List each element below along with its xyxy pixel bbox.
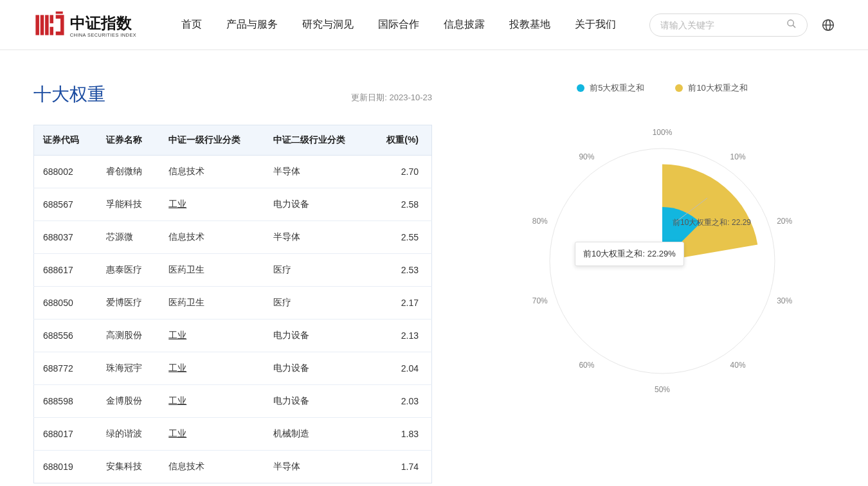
cell-code: 688050 bbox=[34, 287, 97, 320]
legend-swatch-top10 bbox=[675, 84, 683, 92]
cell-ind1[interactable]: 工业 bbox=[159, 352, 264, 385]
svg-marker-5 bbox=[56, 15, 64, 35]
legend-top5[interactable]: 前5大权重之和 bbox=[577, 82, 644, 94]
cell-ind1: 信息技术 bbox=[159, 156, 264, 188]
nav-home[interactable]: 首页 bbox=[181, 18, 202, 32]
cell-ind2: 医疗 bbox=[264, 254, 369, 287]
cell-ind1[interactable]: 工业 bbox=[159, 188, 264, 221]
cell-ind2: 电力设备 bbox=[264, 352, 369, 385]
cell-secname: 芯源微 bbox=[97, 221, 160, 254]
chart-panel: 前5大权重之和 前10大权重之和 100%10%20%30%40%50%60%7… bbox=[490, 82, 835, 483]
search-icon[interactable] bbox=[786, 19, 797, 32]
main: 十大权重 更新日期: 2023-10-23 证券代码 证券名称 中证一级行业分类… bbox=[0, 50, 868, 486]
cell-ind2: 半导体 bbox=[264, 451, 369, 483]
th-weight: 权重(%) bbox=[369, 125, 432, 156]
svg-line-8 bbox=[793, 25, 795, 28]
chart-tick: 70% bbox=[532, 296, 548, 305]
cell-code: 688556 bbox=[34, 320, 97, 352]
cell-weight: 2.70 bbox=[369, 156, 432, 188]
svg-rect-6 bbox=[56, 11, 63, 14]
cell-ind1[interactable]: 工业 bbox=[159, 418, 264, 451]
cell-code: 688598 bbox=[34, 385, 97, 418]
cell-ind1: 信息技术 bbox=[159, 221, 264, 254]
cell-ind2: 电力设备 bbox=[264, 385, 369, 418]
table-row: 688772珠海冠宇工业电力设备2.04 bbox=[34, 352, 432, 385]
brand-sub: CHINA SECURITIES INDEX bbox=[70, 32, 136, 38]
svg-rect-0 bbox=[35, 15, 39, 35]
svg-point-7 bbox=[788, 20, 793, 26]
svg-rect-2 bbox=[45, 15, 49, 35]
cell-ind2: 电力设备 bbox=[264, 320, 369, 352]
legend-top10[interactable]: 前10大权重之和 bbox=[675, 82, 747, 94]
cell-secname: 惠泰医疗 bbox=[97, 254, 160, 287]
cell-secname: 高测股份 bbox=[97, 320, 160, 352]
cell-weight: 2.13 bbox=[369, 320, 432, 352]
cell-ind2: 医疗 bbox=[264, 287, 369, 320]
chart-annotation: 前10大权重之和: 22.29 bbox=[673, 217, 751, 228]
table-row: 688017绿的谐波工业机械制造1.83 bbox=[34, 418, 432, 451]
language-icon[interactable] bbox=[822, 19, 835, 32]
cell-secname: 安集科技 bbox=[97, 451, 160, 483]
cell-code: 688617 bbox=[34, 254, 97, 287]
search-box[interactable] bbox=[649, 14, 808, 37]
chart-legend: 前5大权重之和 前10大权重之和 bbox=[490, 82, 835, 94]
table-header-row: 证券代码 证券名称 中证一级行业分类 中证二级行业分类 权重(%) bbox=[34, 125, 432, 156]
cell-ind1: 信息技术 bbox=[159, 451, 264, 483]
cell-weight: 2.04 bbox=[369, 352, 432, 385]
legend-label-top5: 前5大权重之和 bbox=[590, 82, 644, 94]
cell-weight: 1.83 bbox=[369, 418, 432, 451]
chart-tick: 60% bbox=[579, 361, 594, 370]
th-ind1: 中证一级行业分类 bbox=[159, 125, 264, 156]
chart-tick: 80% bbox=[532, 217, 548, 226]
weights-section: 十大权重 更新日期: 2023-10-23 证券代码 证券名称 中证一级行业分类… bbox=[33, 82, 432, 483]
page-title: 十大权重 bbox=[33, 82, 105, 107]
update-date: 更新日期: 2023-10-23 bbox=[351, 92, 432, 104]
cell-secname: 睿创微纳 bbox=[97, 156, 160, 188]
cell-secname: 孚能科技 bbox=[97, 188, 160, 221]
table-row: 688567孚能科技工业电力设备2.58 bbox=[34, 188, 432, 221]
chart-tick: 20% bbox=[777, 217, 792, 226]
cell-weight: 1.74 bbox=[369, 451, 432, 483]
th-code: 证券代码 bbox=[34, 125, 97, 156]
cell-ind1[interactable]: 工业 bbox=[159, 320, 264, 352]
weights-table: 证券代码 证券名称 中证一级行业分类 中证二级行业分类 权重(%) 688002… bbox=[33, 125, 432, 483]
brand-logo[interactable]: 中证指数 CHINA SECURITIES INDEX bbox=[33, 10, 162, 40]
cell-secname: 珠海冠宇 bbox=[97, 352, 160, 385]
nav-education[interactable]: 投教基地 bbox=[509, 18, 550, 32]
nav-products[interactable]: 产品与服务 bbox=[226, 18, 278, 32]
th-secname: 证券名称 bbox=[97, 125, 160, 156]
cell-ind1[interactable]: 工业 bbox=[159, 385, 264, 418]
nav-research[interactable]: 研究与洞见 bbox=[302, 18, 354, 32]
cell-ind2: 机械制造 bbox=[264, 418, 369, 451]
chart-tick: 100% bbox=[653, 128, 673, 137]
nav: 首页 产品与服务 研究与洞见 国际合作 信息披露 投教基地 关于我们 bbox=[181, 18, 649, 32]
cell-weight: 2.53 bbox=[369, 254, 432, 287]
cell-code: 688019 bbox=[34, 451, 97, 483]
table-row: 688037芯源微信息技术半导体2.55 bbox=[34, 221, 432, 254]
svg-rect-4 bbox=[50, 26, 53, 35]
table-row: 688050爱博医疗医药卫生医疗2.17 bbox=[34, 287, 432, 320]
cell-weight: 2.55 bbox=[369, 221, 432, 254]
nav-intl[interactable]: 国际合作 bbox=[378, 18, 419, 32]
table-row: 688002睿创微纳信息技术半导体2.70 bbox=[34, 156, 432, 188]
cell-code: 688567 bbox=[34, 188, 97, 221]
chart-tick: 50% bbox=[655, 385, 670, 394]
chart-tick: 40% bbox=[730, 361, 746, 370]
cell-secname: 爱博医疗 bbox=[97, 287, 160, 320]
cell-code: 688002 bbox=[34, 156, 97, 188]
th-ind2: 中证二级行业分类 bbox=[264, 125, 369, 156]
cell-ind2: 电力设备 bbox=[264, 188, 369, 221]
cell-code: 688037 bbox=[34, 221, 97, 254]
nav-about[interactable]: 关于我们 bbox=[575, 18, 616, 32]
cell-ind2: 半导体 bbox=[264, 156, 369, 188]
chart-tick: 30% bbox=[777, 296, 792, 305]
chart-tooltip: 前10大权重之和: 22.29% bbox=[575, 242, 684, 266]
chart-tick: 10% bbox=[730, 152, 746, 161]
search-input[interactable] bbox=[660, 20, 786, 30]
cell-ind1: 医药卫生 bbox=[159, 287, 264, 320]
table-row: 688617惠泰医疗医药卫生医疗2.53 bbox=[34, 254, 432, 287]
cell-ind2: 半导体 bbox=[264, 221, 369, 254]
legend-swatch-top5 bbox=[577, 84, 584, 92]
nav-disclosure[interactable]: 信息披露 bbox=[444, 18, 485, 32]
table-row: 688019安集科技信息技术半导体1.74 bbox=[34, 451, 432, 483]
